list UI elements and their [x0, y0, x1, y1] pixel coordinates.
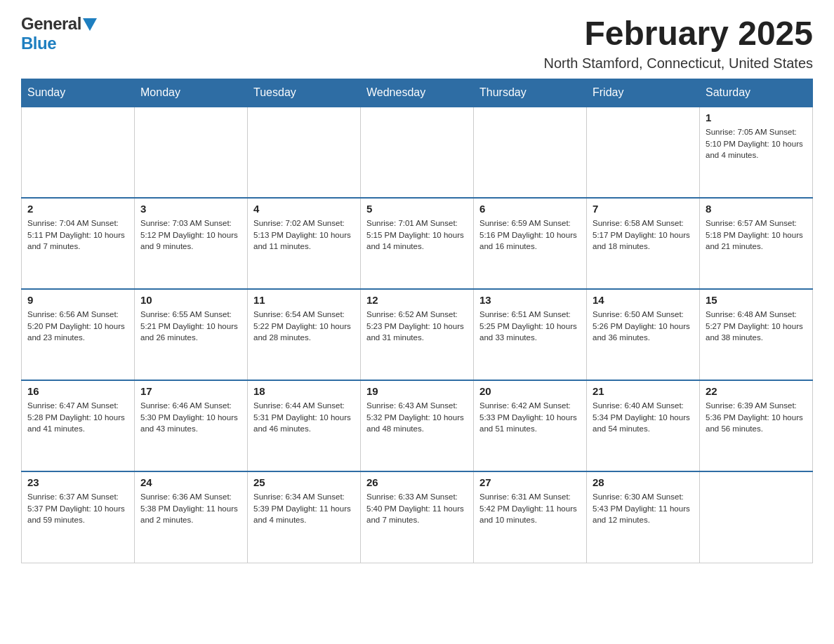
calendar-cell: 1Sunrise: 7:05 AM Sunset: 5:10 PM Daylig…	[700, 107, 813, 198]
day-number: 19	[366, 385, 468, 397]
logo-general-text: General	[21, 14, 81, 34]
calendar-cell: 7Sunrise: 6:58 AM Sunset: 5:17 PM Daylig…	[587, 198, 700, 289]
day-info: Sunrise: 6:57 AM Sunset: 5:18 PM Dayligh…	[706, 217, 807, 253]
day-number: 18	[253, 385, 355, 397]
day-of-week-header: Saturday	[700, 79, 813, 107]
logo-triangle-icon	[83, 18, 97, 31]
calendar-cell	[474, 107, 587, 198]
calendar-cell: 3Sunrise: 7:03 AM Sunset: 5:12 PM Daylig…	[135, 198, 248, 289]
calendar-cell: 14Sunrise: 6:50 AM Sunset: 5:26 PM Dayli…	[587, 289, 700, 380]
calendar-cell: 21Sunrise: 6:40 AM Sunset: 5:34 PM Dayli…	[587, 380, 700, 471]
day-number: 8	[706, 203, 807, 215]
svg-marker-0	[83, 18, 97, 31]
day-info: Sunrise: 6:52 AM Sunset: 5:23 PM Dayligh…	[366, 309, 468, 344]
day-info: Sunrise: 7:03 AM Sunset: 5:12 PM Dayligh…	[140, 217, 241, 253]
calendar-week-row: 1Sunrise: 7:05 AM Sunset: 5:10 PM Daylig…	[22, 107, 813, 198]
day-number: 22	[706, 385, 807, 397]
day-number: 28	[593, 476, 694, 488]
day-number: 24	[140, 476, 241, 488]
day-info: Sunrise: 6:42 AM Sunset: 5:33 PM Dayligh…	[479, 400, 581, 435]
calendar-cell: 19Sunrise: 6:43 AM Sunset: 5:32 PM Dayli…	[361, 380, 474, 471]
day-of-week-header: Monday	[135, 79, 248, 107]
day-number: 21	[593, 385, 694, 397]
calendar-cell: 17Sunrise: 6:46 AM Sunset: 5:30 PM Dayli…	[135, 380, 248, 471]
day-info: Sunrise: 6:56 AM Sunset: 5:20 PM Dayligh…	[27, 309, 128, 344]
calendar-cell: 2Sunrise: 7:04 AM Sunset: 5:11 PM Daylig…	[22, 198, 135, 289]
title-section: February 2025 North Stamford, Connecticu…	[543, 14, 813, 72]
calendar-cell: 10Sunrise: 6:55 AM Sunset: 5:21 PM Dayli…	[135, 289, 248, 380]
calendar-cell	[248, 107, 361, 198]
calendar-cell	[361, 107, 474, 198]
calendar-cell: 18Sunrise: 6:44 AM Sunset: 5:31 PM Dayli…	[248, 380, 361, 471]
day-info: Sunrise: 6:47 AM Sunset: 5:28 PM Dayligh…	[27, 400, 128, 435]
calendar-cell: 28Sunrise: 6:30 AM Sunset: 5:43 PM Dayli…	[587, 471, 700, 563]
day-of-week-header: Thursday	[474, 79, 587, 107]
day-number: 16	[27, 385, 128, 397]
day-info: Sunrise: 7:05 AM Sunset: 5:10 PM Dayligh…	[706, 126, 807, 161]
calendar-week-row: 2Sunrise: 7:04 AM Sunset: 5:11 PM Daylig…	[22, 198, 813, 289]
calendar-table: SundayMondayTuesdayWednesdayThursdayFrid…	[21, 79, 813, 563]
day-number: 15	[706, 294, 807, 306]
calendar-cell: 8Sunrise: 6:57 AM Sunset: 5:18 PM Daylig…	[700, 198, 813, 289]
day-of-week-header: Tuesday	[248, 79, 361, 107]
day-info: Sunrise: 6:34 AM Sunset: 5:39 PM Dayligh…	[253, 491, 355, 526]
calendar-cell: 23Sunrise: 6:37 AM Sunset: 5:37 PM Dayli…	[22, 471, 135, 563]
day-info: Sunrise: 6:51 AM Sunset: 5:25 PM Dayligh…	[479, 309, 581, 344]
day-number: 9	[27, 294, 128, 306]
day-of-week-header: Friday	[587, 79, 700, 107]
calendar-cell: 27Sunrise: 6:31 AM Sunset: 5:42 PM Dayli…	[474, 471, 587, 563]
calendar-cell	[22, 107, 135, 198]
calendar-header-row: SundayMondayTuesdayWednesdayThursdayFrid…	[22, 79, 813, 107]
calendar-cell: 4Sunrise: 7:02 AM Sunset: 5:13 PM Daylig…	[248, 198, 361, 289]
day-number: 4	[253, 203, 355, 215]
calendar-cell: 16Sunrise: 6:47 AM Sunset: 5:28 PM Dayli…	[22, 380, 135, 471]
day-info: Sunrise: 6:39 AM Sunset: 5:36 PM Dayligh…	[706, 400, 807, 435]
calendar-cell: 9Sunrise: 6:56 AM Sunset: 5:20 PM Daylig…	[22, 289, 135, 380]
day-info: Sunrise: 6:30 AM Sunset: 5:43 PM Dayligh…	[593, 491, 694, 526]
day-info: Sunrise: 6:54 AM Sunset: 5:22 PM Dayligh…	[253, 309, 355, 344]
logo: General Blue	[21, 14, 97, 53]
day-number: 25	[253, 476, 355, 488]
day-info: Sunrise: 6:31 AM Sunset: 5:42 PM Dayligh…	[479, 491, 581, 526]
day-number: 5	[366, 203, 468, 215]
day-of-week-header: Wednesday	[361, 79, 474, 107]
day-number: 10	[140, 294, 241, 306]
day-info: Sunrise: 6:59 AM Sunset: 5:16 PM Dayligh…	[479, 217, 581, 253]
calendar-week-row: 9Sunrise: 6:56 AM Sunset: 5:20 PM Daylig…	[22, 289, 813, 380]
day-number: 23	[27, 476, 128, 488]
day-number: 6	[479, 203, 581, 215]
calendar-cell: 25Sunrise: 6:34 AM Sunset: 5:39 PM Dayli…	[248, 471, 361, 563]
day-info: Sunrise: 6:58 AM Sunset: 5:17 PM Dayligh…	[593, 217, 694, 253]
day-info: Sunrise: 6:33 AM Sunset: 5:40 PM Dayligh…	[366, 491, 468, 526]
calendar-cell: 20Sunrise: 6:42 AM Sunset: 5:33 PM Dayli…	[474, 380, 587, 471]
calendar-cell: 12Sunrise: 6:52 AM Sunset: 5:23 PM Dayli…	[361, 289, 474, 380]
calendar-week-row: 23Sunrise: 6:37 AM Sunset: 5:37 PM Dayli…	[22, 471, 813, 563]
day-of-week-header: Sunday	[22, 79, 135, 107]
day-info: Sunrise: 7:01 AM Sunset: 5:15 PM Dayligh…	[366, 217, 468, 253]
calendar-cell: 5Sunrise: 7:01 AM Sunset: 5:15 PM Daylig…	[361, 198, 474, 289]
day-info: Sunrise: 6:50 AM Sunset: 5:26 PM Dayligh…	[593, 309, 694, 344]
calendar-cell: 15Sunrise: 6:48 AM Sunset: 5:27 PM Dayli…	[700, 289, 813, 380]
day-info: Sunrise: 6:55 AM Sunset: 5:21 PM Dayligh…	[140, 309, 241, 344]
logo-blue-text: Blue	[21, 34, 56, 53]
day-number: 2	[27, 203, 128, 215]
day-number: 1	[706, 112, 807, 123]
day-number: 13	[479, 294, 581, 306]
calendar-cell	[700, 471, 813, 563]
day-number: 7	[593, 203, 694, 215]
calendar-cell: 6Sunrise: 6:59 AM Sunset: 5:16 PM Daylig…	[474, 198, 587, 289]
day-number: 14	[593, 294, 694, 306]
calendar-cell	[587, 107, 700, 198]
day-info: Sunrise: 6:40 AM Sunset: 5:34 PM Dayligh…	[593, 400, 694, 435]
day-info: Sunrise: 7:02 AM Sunset: 5:13 PM Dayligh…	[253, 217, 355, 253]
calendar-cell: 24Sunrise: 6:36 AM Sunset: 5:38 PM Dayli…	[135, 471, 248, 563]
day-number: 27	[479, 476, 581, 488]
day-info: Sunrise: 6:48 AM Sunset: 5:27 PM Dayligh…	[706, 309, 807, 344]
day-number: 26	[366, 476, 468, 488]
day-info: Sunrise: 6:37 AM Sunset: 5:37 PM Dayligh…	[27, 491, 128, 526]
calendar-cell: 22Sunrise: 6:39 AM Sunset: 5:36 PM Dayli…	[700, 380, 813, 471]
calendar-cell	[135, 107, 248, 198]
calendar-cell: 13Sunrise: 6:51 AM Sunset: 5:25 PM Dayli…	[474, 289, 587, 380]
day-number: 12	[366, 294, 468, 306]
month-year-title: February 2025	[543, 14, 813, 53]
